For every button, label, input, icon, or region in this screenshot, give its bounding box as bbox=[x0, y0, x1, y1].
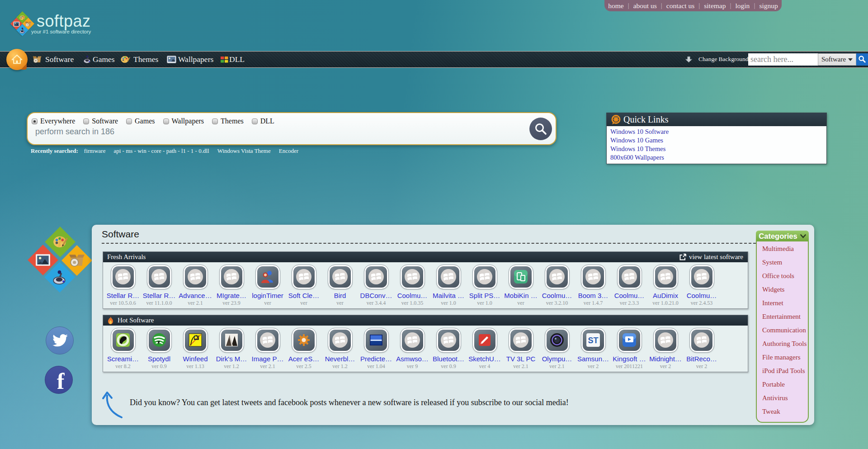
svg-text:ST: ST bbox=[588, 336, 598, 345]
